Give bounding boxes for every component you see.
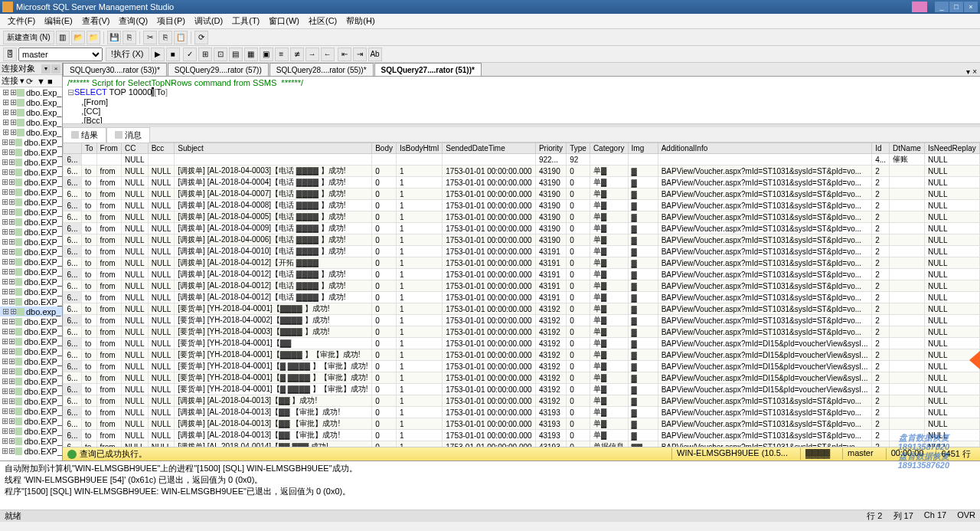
new-query-button[interactable]: 新建查询 (N) [3, 31, 54, 44]
tree-node[interactable]: ⊞⊞dbo.EXP_ [0, 207, 62, 217]
column-header[interactable]: Id [872, 143, 890, 154]
stop-button[interactable]: ■ [166, 48, 180, 61]
table-row[interactable]: 6...tofromNULLNULL[调拨单] [AL-2018-04-0013… [64, 407, 980, 418]
tree-node[interactable]: ⊞⊞dbo.EXP_ [0, 297, 62, 306]
results-grid[interactable]: ToFromCCBccSubjectBodyIsBodyHtmlSendedDa… [63, 143, 980, 447]
menu-item[interactable]: 编辑(E) [40, 14, 77, 28]
tree-node[interactable]: ⊞⊞dbo.Exp_ [0, 87, 62, 97]
menu-item[interactable]: 帮助(H) [341, 14, 379, 28]
tree-node[interactable]: ⊞⊞dbo.Exp_ [0, 127, 62, 137]
tree-node[interactable]: ⊞⊞dbo.EXP_ [0, 346, 62, 356]
tree-node[interactable]: ⊞⊞dbo.EXP_ [0, 426, 62, 436]
column-header[interactable]: DtName [890, 143, 925, 154]
document-tab[interactable]: SQLQuery30....rator (53))* [63, 63, 167, 76]
document-tab[interactable]: SQLQuery29....rator (57)) [168, 63, 269, 76]
tree-node[interactable]: ⊞⊞dbo.EXP_ [0, 247, 62, 257]
table-row[interactable]: 6...tofromNULLNULL[要货单] [YH-2018-04-0001… [64, 372, 980, 384]
debug-button[interactable]: ▶ [151, 48, 165, 61]
cut-button[interactable]: ✂ [143, 31, 157, 44]
tree-node[interactable]: ⊞⊞dbo.EXP_ [0, 416, 62, 426]
table-row[interactable]: 6...tofromNULLNULL[调拨单] [AL-2018-04-0013… [64, 430, 980, 441]
column-header[interactable]: Category [590, 143, 628, 154]
menu-item[interactable]: 项目(P) [152, 14, 190, 28]
column-header[interactable]: Subject [175, 143, 372, 154]
tree-node[interactable]: ⊞⊞dbo.EXP_ [0, 386, 62, 396]
paste-button[interactable]: 📋 [174, 31, 188, 44]
tree-node[interactable]: ⊞⊞dbo.EXP_ [0, 187, 62, 197]
document-tab[interactable]: SQLQuery27....rator (51))* [374, 63, 482, 76]
execute-button[interactable]: ! 执行 (X) [106, 48, 149, 61]
table-row[interactable]: 6...tofromNULLNULL[调拨单] [AL-2018-04-0012… [64, 257, 980, 269]
activity-button[interactable]: ⟳ [194, 31, 208, 44]
tree-node[interactable]: ⊞⊞dbo.EXP_ [0, 326, 62, 336]
indent-button[interactable]: → [305, 48, 319, 61]
menu-item[interactable]: 调试(D) [190, 14, 227, 28]
column-header[interactable]: Body [372, 143, 397, 154]
table-row[interactable]: 6...tofromNULLNULL[要货单] [YH-2018-04-0001… [64, 361, 980, 372]
comment-button[interactable]: ≡ [275, 48, 289, 61]
table-row[interactable]: 6...tofromNULLNULL[调拨单] [AL-2018-04-0003… [64, 166, 980, 177]
tree-node[interactable]: ⊞⊞dbo.EXP_ [0, 316, 62, 326]
column-header[interactable]: From [96, 143, 121, 154]
column-header[interactable]: IsNeedReplay [924, 143, 979, 154]
menu-item[interactable]: 社区(C) [304, 14, 341, 28]
tree-node[interactable]: ⊞⊞dbo.Exp_ [0, 117, 62, 127]
table-row[interactable]: 6...tofromNULLNULL[要货单] [YH-2018-04-0001… [64, 384, 980, 395]
increase-indent-button[interactable]: ⇥ [353, 48, 367, 61]
save-button[interactable]: 💾 [107, 31, 121, 44]
tree-node[interactable]: ⊞⊞dbo.EXP_ [0, 137, 62, 147]
tree-node[interactable]: ⊞⊞dbo.EXP_ [0, 167, 62, 177]
table-row[interactable]: 6...tofromNULLNULL[调拨单] [AL-2018-04-0012… [64, 280, 980, 292]
tree-node[interactable]: ⊞⊞dbo.Exp_ [0, 97, 62, 107]
specify-values-button[interactable]: Ab [368, 48, 382, 61]
column-header[interactable]: SendedDateTime [443, 143, 536, 154]
tree-node[interactable]: ⊞⊞dbo.EXP_ [0, 147, 62, 157]
menu-item[interactable]: 工具(T) [227, 14, 264, 28]
table-row[interactable]: 6...tofromNULLNULL[调拨单] [AL-2018-04-0009… [64, 223, 980, 234]
table-row[interactable]: 6...tofromNULLNULL[调拨单] [AL-2018-04-0014… [64, 441, 980, 447]
column-header[interactable]: AdditionalInfo [658, 143, 871, 154]
tree-node[interactable]: ⊞⊞dbo.EXP_ [0, 356, 62, 366]
maximize-button[interactable]: □ [949, 2, 963, 12]
close-button[interactable]: × [964, 2, 978, 12]
tree-node[interactable]: ⊞⊞dbo.EXP_ [0, 396, 62, 406]
table-row[interactable]: 6...tofromNULLNULL[调拨单] [AL-2018-04-0012… [64, 269, 980, 280]
outdent-button[interactable]: ← [321, 48, 335, 61]
tree-node[interactable]: ⊞⊞dbo.EXP_ [0, 237, 62, 247]
tree-node[interactable]: ⊞⊞dbo.EXP_ [0, 376, 62, 386]
table-row[interactable]: 6...tofromNULLNULL[调拨单] [AL-2018-04-0012… [64, 292, 980, 303]
tree-node[interactable]: ⊞⊞dbo.EXP_ [0, 436, 62, 446]
table-row[interactable]: 6...tofromNULLNULL[调拨单] [AL-2018-04-0013… [64, 418, 980, 430]
save-all-button[interactable]: ⎘ [122, 31, 136, 44]
tree[interactable]: ⊞⊞dbo.Exp_⊞⊞dbo.Exp_⊞⊞dbo.Exp_⊞⊞dbo.Exp_… [0, 87, 62, 461]
tree-node[interactable]: ⊞⊞dbo.EXP_ [0, 446, 62, 456]
output-pane[interactable]: 自动附加到计算机"WIN-ELMSGBH9UEE"上的进程"[1500] [SQ… [0, 461, 980, 510]
column-header[interactable]: Bcc [148, 143, 175, 154]
table-row[interactable]: 6...tofromNULLNULL[调拨单] [AL-2018-04-0008… [64, 200, 980, 211]
minimize-button[interactable]: _ [935, 2, 949, 12]
menu-item[interactable]: 查看(V) [77, 14, 115, 28]
tree-node[interactable]: ⊞⊞dbo.EXP_ [0, 287, 62, 297]
table-row[interactable]: 6...tofromNULLNULL[调拨单] [AL-2018-04-0006… [64, 234, 980, 246]
parse-button[interactable]: ✓ [183, 48, 197, 61]
refresh-icon[interactable]: ⟳ [26, 77, 35, 86]
column-header[interactable]: Img [628, 143, 658, 154]
results-text-button[interactable]: ▤ [229, 48, 243, 61]
table-row[interactable]: 6...tofromNULLNULL[调拨单] [AL-2018-04-0007… [64, 188, 980, 200]
tree-node[interactable]: ⊞⊞dbo.EXP_ [0, 197, 62, 207]
uncomment-button[interactable]: ≢ [290, 48, 304, 61]
tree-node[interactable]: ⊞⊞dbo.EXP_ [0, 217, 62, 227]
column-header[interactable]: Type [567, 143, 590, 154]
options-button[interactable]: ⊡ [214, 48, 227, 61]
tree-node[interactable]: ⊞⊞dbo.EXP_ [0, 157, 62, 167]
column-header[interactable]: IsBodyHtml [397, 143, 443, 154]
table-row[interactable]: 6...tofromNULLNULL[调拨单] [AL-2018-04-0010… [64, 246, 980, 257]
tree-node[interactable]: ⊞⊞dbo.EXP_ [0, 406, 62, 416]
filter-icon[interactable]: ▼ [37, 77, 46, 86]
table-row[interactable]: 6...NULL922...924...催账NULL [64, 154, 980, 166]
tree-node[interactable]: ⊞⊞dbo.EXP_ [0, 277, 62, 287]
tree-node[interactable]: ⊞⊞dbo.EXP_ [0, 177, 62, 187]
stop-icon[interactable]: ■ [47, 77, 57, 86]
table-row[interactable]: 6...tofromNULLNULL[要货单] [YH-2018-04-0001… [64, 349, 980, 361]
menu-item[interactable]: 文件(F) [3, 14, 40, 28]
